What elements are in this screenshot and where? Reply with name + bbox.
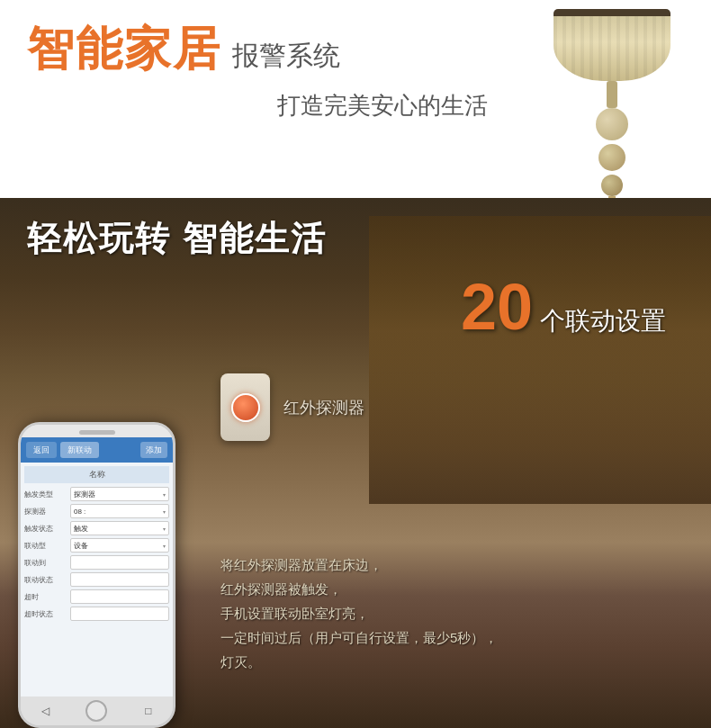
form-row-1: 探测器 08 : ▾: [24, 504, 169, 518]
form-row-0: 触发类型 探测器 ▾: [24, 487, 169, 501]
form-row-3: 联动型 设备 ▾: [24, 538, 169, 553]
form-select-0[interactable]: 探测器 ▾: [70, 487, 169, 501]
title-main: 智能家居: [27, 18, 221, 81]
phone-screen: 返回 新联动 添加 名称 触发类型 探测器 ▾ 探测器: [21, 437, 173, 697]
chevron-down-icon-4: ▾: [163, 543, 166, 549]
phone-speaker: [79, 430, 115, 435]
lamp-ball-3: [601, 175, 623, 196]
desc-line-3: 手机设置联动卧室灯亮，: [220, 601, 693, 625]
lamp-ball-2: [598, 144, 626, 171]
phone-home-btn[interactable]: [86, 700, 107, 722]
cabinet-overlay: [369, 216, 711, 504]
description-box: 将红外探测器放置在床边， 红外探测器被触发， 手机设置联动卧室灯亮， 一定时间过…: [220, 553, 693, 674]
desc-line-5: 灯灭。: [220, 650, 693, 674]
desc-line-1: 将红外探测器放置在床边，: [220, 553, 693, 577]
form-select-2[interactable]: 触发 ▾: [70, 521, 169, 535]
sensor-circle: [231, 393, 260, 422]
form-label-1: 探测器: [24, 507, 68, 517]
phone-bottom-bar: ◁ □: [21, 697, 173, 725]
desc-line-4: 一定时间过后（用户可自行设置，最少5秒），: [220, 625, 693, 650]
phone-content: 名称 触发类型 探测器 ▾ 探测器 08 : ▾: [21, 463, 173, 697]
lamp-illustration: [540, 9, 684, 189]
top-section: 智能家居 报警系统 打造完美安心的生活: [0, 0, 711, 198]
lamp-shade: [554, 9, 670, 81]
form-label-3: 联动型: [24, 541, 68, 551]
chevron-down-icon-3: ▾: [163, 526, 166, 532]
desc-line-2: 红外探测器被触发，: [220, 577, 693, 601]
nav-btn-new[interactable]: 新联动: [60, 442, 99, 458]
form-select-3[interactable]: 设备 ▾: [70, 538, 169, 553]
form-label-4: 联动到: [24, 558, 68, 568]
form-label-5: 联动状态: [24, 575, 68, 585]
lamp-ball-1: [596, 108, 628, 140]
form-input-6[interactable]: [70, 589, 169, 604]
title-sub: 报警系统: [232, 38, 340, 75]
form-row-7: 超时状态: [24, 607, 169, 621]
form-label-7: 超时状态: [24, 609, 68, 619]
sensor-device: [220, 373, 270, 441]
linkage-label: 个联动设置: [540, 304, 666, 338]
phone-back-btn[interactable]: ◁: [37, 703, 53, 719]
bottom-section: 轻松玩转 智能生活 20 个联动设置 红外探测器 将红外探测器放置在床边， 红外…: [0, 198, 711, 728]
form-label-0: 触发类型: [24, 490, 68, 499]
chevron-down-icon: ▾: [163, 491, 166, 498]
form-row-4: 联动到: [24, 555, 169, 570]
phone-menu-btn[interactable]: □: [140, 703, 157, 719]
form-input-4[interactable]: [70, 555, 169, 570]
form-row-6: 超时: [24, 589, 169, 604]
form-input-7[interactable]: [70, 607, 169, 621]
nav-btn-add[interactable]: 添加: [140, 442, 167, 458]
sensor-label: 红外探测器: [284, 397, 364, 418]
lamp-neck: [607, 81, 617, 108]
form-label-6: 超时: [24, 592, 68, 602]
form-header: 名称: [24, 466, 169, 483]
form-input-5[interactable]: [70, 572, 169, 587]
linkage-text-group: 20 个联动设置: [461, 270, 666, 344]
sensor-box: 红外探测器: [220, 373, 364, 441]
phone-nav-bar: 返回 新联动 添加: [21, 437, 173, 463]
form-label-2: 触发状态: [24, 524, 68, 534]
phone-mockup: 返回 新联动 添加 名称 触发类型 探测器 ▾ 探测器: [18, 422, 176, 728]
big-text-overlay: 轻松玩转 智能生活: [27, 216, 327, 262]
form-row-2: 触发状态 触发 ▾: [24, 521, 169, 535]
form-select-1[interactable]: 08 : ▾: [70, 504, 169, 518]
form-row-5: 联动状态: [24, 572, 169, 587]
linkage-number: 20: [461, 270, 533, 344]
chevron-down-icon-2: ▾: [163, 508, 166, 515]
nav-btn-back[interactable]: 返回: [26, 442, 57, 458]
